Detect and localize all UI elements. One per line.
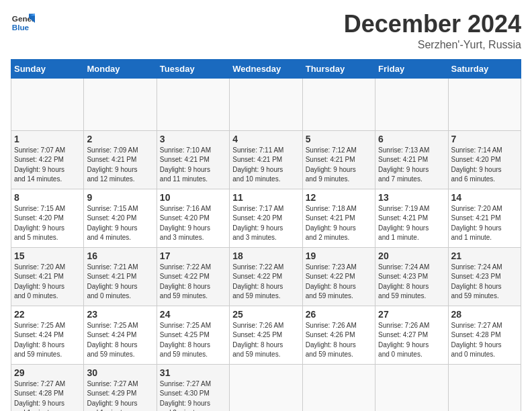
calendar-cell — [157, 78, 229, 130]
weekday-header-sunday: Sunday — [11, 59, 84, 78]
day-number: 10 — [160, 192, 226, 203]
day-number: 17 — [160, 250, 226, 261]
calendar-week-4: 15Sunrise: 7:20 AM Sunset: 4:21 PM Dayli… — [11, 247, 521, 306]
calendar-cell: 16Sunrise: 7:21 AM Sunset: 4:21 PM Dayli… — [84, 247, 157, 306]
calendar-cell: 11Sunrise: 7:17 AM Sunset: 4:20 PM Dayli… — [230, 189, 302, 247]
calendar-cell: 2Sunrise: 7:09 AM Sunset: 4:21 PM Daylig… — [84, 130, 157, 189]
calendar-cell: 8Sunrise: 7:15 AM Sunset: 4:20 PM Daylig… — [11, 189, 84, 247]
day-info: Sunrise: 7:11 AM Sunset: 4:21 PM Dayligh… — [232, 146, 299, 185]
month-title: December 2024 — [344, 11, 521, 38]
page-header: General Blue December 2024 Serzhen'-Yurt… — [11, 11, 521, 51]
day-info: Sunrise: 7:09 AM Sunset: 4:21 PM Dayligh… — [87, 146, 153, 185]
day-number: 19 — [306, 250, 372, 261]
day-info: Sunrise: 7:27 AM Sunset: 4:28 PM Dayligh… — [14, 379, 81, 411]
day-number: 25 — [232, 309, 299, 320]
day-number: 22 — [14, 309, 81, 320]
calendar-cell — [302, 364, 375, 411]
calendar-cell: 3Sunrise: 7:10 AM Sunset: 4:21 PM Daylig… — [157, 130, 229, 189]
day-info: Sunrise: 7:22 AM Sunset: 4:22 PM Dayligh… — [232, 263, 299, 302]
calendar-cell: 27Sunrise: 7:26 AM Sunset: 4:27 PM Dayli… — [375, 306, 448, 364]
calendar-cell: 20Sunrise: 7:24 AM Sunset: 4:23 PM Dayli… — [375, 247, 448, 306]
day-number: 30 — [87, 367, 153, 378]
weekday-header-saturday: Saturday — [448, 59, 521, 78]
day-number: 16 — [87, 250, 153, 261]
calendar-cell: 7Sunrise: 7:14 AM Sunset: 4:20 PM Daylig… — [448, 130, 521, 189]
calendar-cell: 1Sunrise: 7:07 AM Sunset: 4:22 PM Daylig… — [11, 130, 84, 189]
logo: General Blue — [11, 11, 35, 35]
calendar-cell: 26Sunrise: 7:26 AM Sunset: 4:26 PM Dayli… — [302, 306, 375, 364]
day-info: Sunrise: 7:20 AM Sunset: 4:21 PM Dayligh… — [451, 204, 518, 243]
day-info: Sunrise: 7:19 AM Sunset: 4:21 PM Dayligh… — [378, 204, 445, 243]
calendar-week-2: 1Sunrise: 7:07 AM Sunset: 4:22 PM Daylig… — [11, 130, 521, 189]
calendar-header-row: SundayMondayTuesdayWednesdayThursdayFrid… — [11, 59, 521, 78]
calendar-cell: 5Sunrise: 7:12 AM Sunset: 4:21 PM Daylig… — [302, 130, 375, 189]
day-info: Sunrise: 7:12 AM Sunset: 4:21 PM Dayligh… — [306, 146, 372, 185]
day-info: Sunrise: 7:21 AM Sunset: 4:21 PM Dayligh… — [87, 263, 153, 302]
calendar-cell: 28Sunrise: 7:27 AM Sunset: 4:28 PM Dayli… — [448, 306, 521, 364]
day-number: 8 — [14, 192, 81, 203]
day-info: Sunrise: 7:26 AM Sunset: 4:26 PM Dayligh… — [306, 321, 372, 360]
day-info: Sunrise: 7:25 AM Sunset: 4:24 PM Dayligh… — [14, 321, 81, 360]
day-info: Sunrise: 7:13 AM Sunset: 4:21 PM Dayligh… — [378, 146, 445, 185]
day-info: Sunrise: 7:15 AM Sunset: 4:20 PM Dayligh… — [87, 204, 153, 243]
day-info: Sunrise: 7:16 AM Sunset: 4:20 PM Dayligh… — [160, 204, 226, 243]
day-number: 28 — [451, 309, 518, 320]
day-number: 12 — [306, 192, 372, 203]
weekday-header-monday: Monday — [84, 59, 157, 78]
svg-text:Blue: Blue — [12, 23, 30, 32]
calendar-cell: 17Sunrise: 7:22 AM Sunset: 4:22 PM Dayli… — [157, 247, 229, 306]
day-number: 6 — [378, 134, 445, 144]
calendar-cell: 15Sunrise: 7:20 AM Sunset: 4:21 PM Dayli… — [11, 247, 84, 306]
day-number: 5 — [306, 134, 372, 144]
day-info: Sunrise: 7:25 AM Sunset: 4:24 PM Dayligh… — [87, 321, 153, 360]
day-number: 27 — [378, 309, 445, 320]
day-number: 11 — [232, 192, 299, 203]
calendar-cell: 12Sunrise: 7:18 AM Sunset: 4:21 PM Dayli… — [302, 189, 375, 247]
day-number: 20 — [378, 250, 445, 261]
day-number: 23 — [87, 309, 153, 320]
day-number: 29 — [14, 367, 81, 378]
calendar-cell — [448, 364, 521, 411]
day-info: Sunrise: 7:15 AM Sunset: 4:20 PM Dayligh… — [14, 204, 81, 243]
day-info: Sunrise: 7:27 AM Sunset: 4:30 PM Dayligh… — [160, 379, 226, 411]
weekday-header-friday: Friday — [375, 59, 448, 78]
calendar-cell — [302, 78, 375, 130]
day-info: Sunrise: 7:27 AM Sunset: 4:29 PM Dayligh… — [87, 379, 153, 411]
calendar-cell: 18Sunrise: 7:22 AM Sunset: 4:22 PM Dayli… — [230, 247, 302, 306]
day-info: Sunrise: 7:24 AM Sunset: 4:23 PM Dayligh… — [378, 263, 445, 302]
day-number: 1 — [14, 134, 81, 144]
calendar-cell — [230, 78, 302, 130]
calendar-cell: 25Sunrise: 7:26 AM Sunset: 4:25 PM Dayli… — [230, 306, 302, 364]
title-block: December 2024 Serzhen'-Yurt, Russia — [344, 11, 521, 51]
calendar-cell — [375, 78, 448, 130]
calendar-cell: 23Sunrise: 7:25 AM Sunset: 4:24 PM Dayli… — [84, 306, 157, 364]
day-info: Sunrise: 7:24 AM Sunset: 4:23 PM Dayligh… — [451, 263, 518, 302]
calendar-cell: 29Sunrise: 7:27 AM Sunset: 4:28 PM Dayli… — [11, 364, 84, 411]
day-info: Sunrise: 7:14 AM Sunset: 4:20 PM Dayligh… — [451, 146, 518, 185]
day-number: 2 — [87, 134, 153, 144]
weekday-header-wednesday: Wednesday — [230, 59, 302, 78]
calendar-cell: 13Sunrise: 7:19 AM Sunset: 4:21 PM Dayli… — [375, 189, 448, 247]
day-number: 18 — [232, 250, 299, 261]
logo-icon: General Blue — [11, 11, 35, 35]
day-number: 7 — [451, 134, 518, 144]
day-info: Sunrise: 7:26 AM Sunset: 4:25 PM Dayligh… — [232, 321, 299, 360]
day-number: 14 — [451, 192, 518, 203]
calendar-cell — [448, 78, 521, 130]
day-number: 9 — [87, 192, 153, 203]
calendar-cell: 4Sunrise: 7:11 AM Sunset: 4:21 PM Daylig… — [230, 130, 302, 189]
calendar-cell: 22Sunrise: 7:25 AM Sunset: 4:24 PM Dayli… — [11, 306, 84, 364]
day-number: 3 — [160, 134, 226, 144]
weekday-header-tuesday: Tuesday — [157, 59, 229, 78]
calendar-cell — [375, 364, 448, 411]
day-info: Sunrise: 7:27 AM Sunset: 4:28 PM Dayligh… — [451, 321, 518, 360]
day-info: Sunrise: 7:25 AM Sunset: 4:25 PM Dayligh… — [160, 321, 226, 360]
day-info: Sunrise: 7:20 AM Sunset: 4:21 PM Dayligh… — [14, 263, 81, 302]
calendar-cell — [84, 78, 157, 130]
calendar-cell: 19Sunrise: 7:23 AM Sunset: 4:22 PM Dayli… — [302, 247, 375, 306]
day-info: Sunrise: 7:22 AM Sunset: 4:22 PM Dayligh… — [160, 263, 226, 302]
location: Serzhen'-Yurt, Russia — [344, 39, 521, 51]
calendar-table: SundayMondayTuesdayWednesdayThursdayFrid… — [11, 59, 521, 411]
day-info: Sunrise: 7:26 AM Sunset: 4:27 PM Dayligh… — [378, 321, 445, 360]
calendar-cell: 10Sunrise: 7:16 AM Sunset: 4:20 PM Dayli… — [157, 189, 229, 247]
